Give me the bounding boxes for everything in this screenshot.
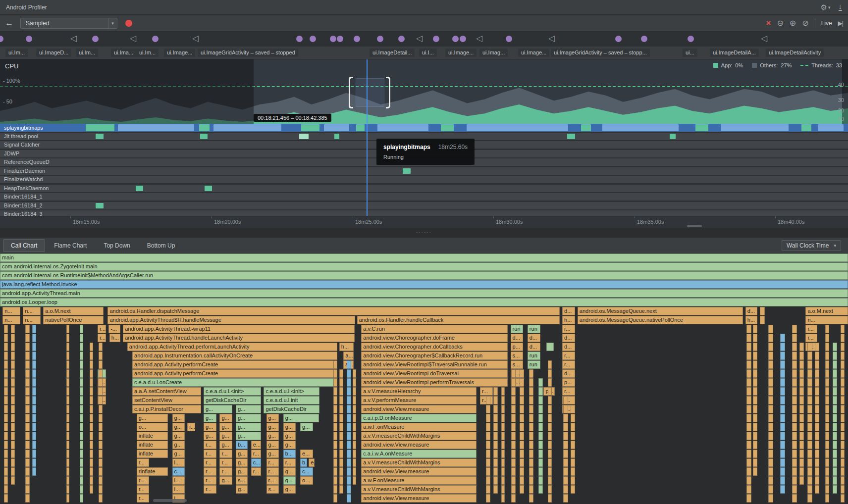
- call-chart-block[interactable]: [799, 441, 804, 449]
- call-chart-block[interactable]: [571, 458, 575, 467]
- call-chart-block[interactable]: [792, 360, 797, 369]
- call-chart-block[interactable]: [520, 423, 524, 431]
- call-chart-block[interactable]: [548, 378, 552, 387]
- call-chart-block[interactable]: [501, 485, 505, 494]
- call-chart-block[interactable]: [339, 378, 343, 387]
- call-chart-block[interactable]: [347, 378, 351, 387]
- call-chart-block[interactable]: [32, 352, 36, 360]
- call-chart-block[interactable]: [571, 450, 575, 458]
- call-chart-block[interactable]: [563, 450, 568, 458]
- call-chart-block[interactable]: a.o.M.next: [43, 307, 104, 315]
- call-chart-block[interactable]: [833, 369, 837, 378]
- call-chart-block[interactable]: c.a.i.p.D.onMeasure: [361, 414, 477, 422]
- call-chart-block[interactable]: [493, 441, 498, 449]
- call-chart-block[interactable]: [32, 369, 36, 378]
- call-chart-block[interactable]: [99, 458, 103, 467]
- call-chart-block[interactable]: p...: [511, 343, 524, 351]
- call-chart-block[interactable]: [768, 485, 773, 494]
- call-chart-block[interactable]: [825, 458, 830, 467]
- call-chart-block[interactable]: [99, 441, 103, 449]
- zoom-in-icon[interactable]: ⊕: [790, 19, 796, 27]
- time-axis[interactable]: 18m15.00s18m20.00s18m25.00s18m30.00s18m3…: [0, 216, 848, 228]
- call-chart-block[interactable]: [32, 396, 36, 404]
- call-chart-block[interactable]: [746, 414, 751, 422]
- call-chart-block[interactable]: [25, 476, 30, 485]
- call-chart-block[interactable]: [25, 360, 30, 369]
- call-chart-block[interactable]: g...: [283, 432, 296, 440]
- selection-range-box[interactable]: [356, 78, 384, 107]
- call-chart-block[interactable]: [32, 325, 36, 333]
- call-chart-block[interactable]: android.os.Looper.loop: [0, 298, 848, 306]
- call-chart-block[interactable]: [548, 396, 552, 404]
- call-chart-block[interactable]: [825, 476, 830, 485]
- call-chart-block[interactable]: g...: [236, 423, 261, 431]
- call-chart-block[interactable]: [825, 494, 830, 503]
- call-chart-block[interactable]: [25, 378, 30, 387]
- call-chart-block[interactable]: a...: [343, 352, 354, 360]
- call-chart-block[interactable]: [753, 325, 757, 333]
- call-chart-block[interactable]: [4, 441, 8, 449]
- call-chart-block[interactable]: [799, 414, 804, 422]
- call-chart-block[interactable]: [25, 485, 30, 494]
- call-chart-block[interactable]: [841, 378, 845, 387]
- call-chart-block[interactable]: [799, 476, 804, 485]
- call-chart-block[interactable]: g...: [236, 467, 248, 476]
- call-chart-block[interactable]: [841, 396, 845, 404]
- call-chart-block[interactable]: [486, 423, 490, 431]
- call-chart-block[interactable]: [501, 441, 505, 449]
- call-chart-block[interactable]: [66, 432, 70, 440]
- recording-mode-dropdown[interactable]: Sampled ▾: [20, 18, 117, 29]
- call-chart-block[interactable]: [768, 467, 773, 476]
- call-chart-block[interactable]: [520, 432, 524, 440]
- call-chart-block[interactable]: [841, 352, 845, 360]
- call-chart-block[interactable]: [339, 458, 343, 467]
- call-chart-block[interactable]: [511, 485, 516, 494]
- call-chart-block[interactable]: [768, 378, 773, 387]
- call-chart-block[interactable]: [80, 494, 83, 503]
- call-chart-block[interactable]: [746, 387, 751, 396]
- call-chart-block[interactable]: [333, 467, 338, 476]
- call-chart-block[interactable]: [66, 476, 70, 485]
- call-chart-block[interactable]: b...: [236, 441, 248, 449]
- clock-mode-dropdown[interactable]: Wall Clock Time ▾: [782, 240, 841, 251]
- call-chart-block[interactable]: [11, 458, 15, 467]
- call-chart-block[interactable]: [548, 414, 552, 422]
- call-chart-block[interactable]: [807, 476, 812, 485]
- call-chart-block[interactable]: [768, 494, 773, 503]
- call-chart-block[interactable]: [493, 405, 498, 413]
- call-chart-block[interactable]: [780, 360, 785, 369]
- call-chart-block[interactable]: [339, 423, 343, 431]
- call-chart-block[interactable]: [25, 467, 30, 476]
- call-chart-block[interactable]: [753, 369, 757, 378]
- call-chart-block[interactable]: [333, 485, 338, 494]
- call-chart-block[interactable]: [538, 378, 543, 387]
- call-chart-block[interactable]: [353, 378, 356, 387]
- call-chart-block[interactable]: [799, 343, 804, 351]
- call-chart-block[interactable]: [807, 494, 812, 503]
- call-chart-block[interactable]: [780, 458, 785, 467]
- thread-row[interactable]: splayingbitmaps: [0, 124, 848, 132]
- call-chart-block[interactable]: d...: [528, 334, 540, 342]
- call-chart-block[interactable]: [66, 405, 70, 413]
- call-chart-block[interactable]: [792, 414, 797, 422]
- cpu-usage-chart[interactable]: CPU App: 0% Others: 27% Threads: 33 00:1…: [0, 59, 848, 124]
- call-chart-block[interactable]: [90, 405, 93, 413]
- call-chart-block[interactable]: [753, 352, 757, 360]
- call-chart-block[interactable]: [833, 405, 837, 413]
- selection-handle-right[interactable]: [386, 77, 390, 108]
- call-chart-block[interactable]: [333, 494, 338, 503]
- call-chart-block[interactable]: [833, 441, 837, 449]
- call-chart-block[interactable]: [768, 432, 773, 440]
- call-chart-block[interactable]: a.o.M.next: [805, 307, 848, 315]
- call-chart-block[interactable]: g...: [266, 450, 279, 458]
- call-chart-block[interactable]: [11, 405, 15, 413]
- call-chart-block[interactable]: [815, 458, 819, 467]
- call-chart-block[interactable]: [799, 458, 804, 467]
- call-chart-block[interactable]: [529, 387, 533, 396]
- call-chart-block[interactable]: [353, 405, 356, 413]
- call-chart-block[interactable]: [32, 360, 36, 369]
- call-chart-block[interactable]: [66, 441, 70, 449]
- call-chart-block[interactable]: [493, 476, 498, 485]
- call-chart-block[interactable]: [538, 387, 543, 396]
- call-chart-block[interactable]: android.view.Choreographer.doFrame: [361, 334, 508, 342]
